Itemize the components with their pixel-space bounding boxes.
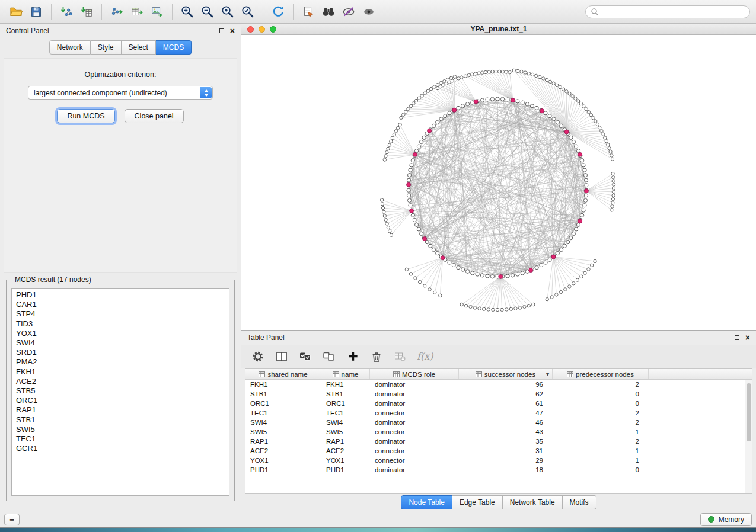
network-node[interactable] [436, 84, 439, 86]
network-node[interactable] [509, 307, 512, 310]
mcds-result-item[interactable]: ORC1 [16, 396, 229, 405]
table-vertical-scrollbar[interactable] [745, 380, 752, 493]
network-node[interactable] [580, 275, 583, 278]
network-node[interactable] [501, 70, 504, 73]
network-node[interactable] [506, 274, 509, 278]
network-node[interactable] [407, 178, 410, 182]
network-node[interactable] [535, 106, 538, 110]
network-node[interactable] [407, 198, 411, 202]
network-node[interactable] [584, 194, 588, 197]
network-node[interactable] [516, 69, 519, 72]
network-node[interactable] [387, 226, 390, 229]
network-node[interactable] [409, 204, 412, 207]
network-node[interactable] [407, 188, 410, 192]
network-node[interactable] [496, 97, 499, 101]
network-node[interactable] [506, 98, 509, 101]
network-node[interactable] [559, 248, 563, 251]
network-node[interactable] [497, 70, 500, 73]
network-node[interactable] [385, 222, 388, 225]
table-row[interactable]: ACE2ACE2connector311 [245, 446, 752, 456]
network-node[interactable] [390, 140, 393, 143]
network-node[interactable] [481, 71, 484, 74]
network-node[interactable] [516, 100, 519, 103]
network-node[interactable] [469, 305, 472, 308]
network-node[interactable] [582, 105, 585, 108]
mcds-hub-node[interactable] [578, 219, 582, 223]
network-node[interactable] [423, 284, 426, 287]
network-node[interactable] [407, 107, 410, 110]
network-node[interactable] [405, 268, 408, 271]
network-node[interactable] [464, 304, 467, 307]
network-node[interactable] [523, 305, 526, 308]
network-node[interactable] [461, 104, 465, 108]
network-node[interactable] [590, 264, 593, 267]
graphics-details-button[interactable] [339, 2, 358, 21]
network-node[interactable] [391, 136, 394, 139]
network-node[interactable] [414, 149, 418, 153]
network-node[interactable] [552, 82, 555, 85]
network-node[interactable] [508, 70, 511, 73]
tab-network[interactable]: Network [49, 40, 91, 55]
network-node[interactable] [535, 266, 538, 270]
mcds-hub-node[interactable] [564, 130, 569, 134]
network-node[interactable] [419, 140, 423, 143]
table-row[interactable]: SWI5SWI5connector431 [245, 427, 752, 437]
table-row[interactable]: YOX1YOX1connector291 [245, 456, 752, 465]
table-row[interactable]: SWI4SWI4dominator462 [245, 418, 752, 427]
network-node[interactable] [511, 274, 514, 277]
mcds-result-item[interactable]: SWI4 [16, 338, 229, 348]
show-hide-button[interactable] [359, 2, 378, 21]
network-node[interactable] [583, 168, 586, 172]
network-node[interactable] [435, 251, 439, 255]
network-node[interactable] [563, 288, 566, 291]
network-node[interactable] [583, 204, 586, 207]
mcds-result-item[interactable]: FKH1 [16, 367, 229, 377]
network-node[interactable] [611, 197, 614, 200]
network-node[interactable] [414, 277, 417, 280]
network-node[interactable] [474, 72, 477, 75]
network-node[interactable] [527, 72, 530, 75]
network-node[interactable] [540, 264, 543, 267]
maximize-window-icon[interactable] [270, 26, 276, 33]
show-column-button[interactable] [275, 350, 289, 364]
network-node[interactable] [460, 76, 463, 79]
network-node[interactable] [505, 308, 508, 311]
network-node[interactable] [495, 70, 497, 73]
network-node[interactable] [433, 85, 436, 88]
network-node[interactable] [574, 97, 577, 100]
network-node[interactable] [546, 297, 548, 300]
network-node[interactable] [604, 136, 607, 139]
mcds-hub-node[interactable] [499, 274, 503, 278]
network-node[interactable] [404, 110, 407, 113]
network-node[interactable] [579, 102, 582, 105]
mcds-hub-node[interactable] [584, 189, 588, 193]
deselect-all-button[interactable] [322, 350, 336, 364]
network-node[interactable] [484, 70, 487, 73]
network-node[interactable] [439, 81, 442, 84]
network-node[interactable] [576, 100, 579, 102]
network-node[interactable] [611, 172, 614, 175]
network-node[interactable] [580, 159, 584, 162]
network-node[interactable] [381, 203, 384, 206]
table-row[interactable]: PHD1PHD1dominator180 [245, 465, 752, 475]
network-node[interactable] [612, 187, 615, 190]
network-node[interactable] [480, 98, 484, 102]
import-network-button[interactable] [57, 2, 76, 21]
network-node[interactable] [571, 94, 574, 97]
network-node[interactable] [532, 303, 535, 306]
network-node[interactable] [398, 123, 401, 126]
network-node[interactable] [559, 124, 563, 127]
network-node[interactable] [444, 114, 447, 118]
mcds-result-item[interactable]: TEC1 [16, 434, 229, 444]
network-node[interactable] [407, 194, 410, 197]
network-node[interactable] [470, 73, 473, 76]
network-node[interactable] [538, 75, 541, 78]
network-node[interactable] [612, 180, 615, 182]
export-table-button[interactable] [127, 2, 146, 21]
zoom-in-button[interactable] [178, 2, 197, 21]
column-header-successor-nodes[interactable]: successor nodes▾ [459, 369, 553, 379]
network-node[interactable] [471, 271, 474, 275]
column-header-mcds-role[interactable]: MCDS role [370, 369, 459, 379]
mcds-result-item[interactable]: SRD1 [16, 348, 229, 357]
network-node[interactable] [611, 205, 614, 208]
